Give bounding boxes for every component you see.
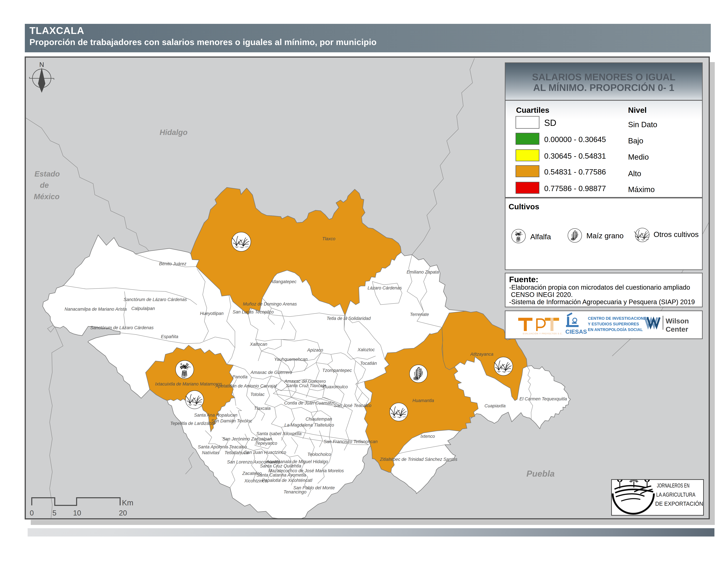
- svg-text:Sanctórum de Lázaro Cárdenas: Sanctórum de Lázaro Cárdenas: [124, 297, 187, 302]
- svg-text:Wilson: Wilson: [666, 317, 689, 325]
- svg-text:CENTRO DE INVESTIGACIONES: CENTRO DE INVESTIGACIONES: [588, 316, 649, 321]
- svg-text:Atlangatepec: Atlangatepec: [270, 279, 296, 284]
- svg-text:JORNALEROS EN: JORNALEROS EN: [657, 482, 689, 489]
- svg-text:Tlaxco: Tlaxco: [322, 236, 335, 241]
- svg-text:Santa Apolonia Teacalco: Santa Apolonia Teacalco: [198, 445, 247, 449]
- svg-text:Apizaco: Apizaco: [307, 348, 323, 353]
- svg-text:Terrenate: Terrenate: [410, 312, 429, 317]
- svg-text:Cuapiaxtla: Cuapiaxtla: [484, 403, 506, 408]
- svg-text:Papalotla de Xicohténcatl: Papalotla de Xicohténcatl: [262, 478, 313, 483]
- svg-text:Cuaxomulco: Cuaxomulco: [323, 384, 348, 389]
- svg-text:Tocatlán: Tocatlán: [360, 361, 377, 366]
- svg-text:Amaxac de Guerrero: Amaxac de Guerrero: [250, 370, 292, 375]
- svg-text:Tepeyanco: Tepeyanco: [255, 441, 277, 446]
- svg-text:de: de: [40, 181, 49, 189]
- svg-text:Huamantla: Huamantla: [412, 398, 434, 403]
- svg-text:Xaloztoc: Xaloztoc: [357, 347, 375, 352]
- svg-text:Muñoz de Domingo Arenas: Muñoz de Domingo Arenas: [243, 302, 297, 307]
- svg-text:EN ANTROPOLOGÍA SOCIAL: EN ANTROPOLOGÍA SOCIAL: [588, 328, 643, 332]
- svg-text:Xaltocan: Xaltocan: [250, 342, 267, 347]
- svg-text:México: México: [34, 192, 60, 201]
- svg-text:20: 20: [119, 509, 127, 517]
- svg-text:Zitlaltépec de Trinidad Sánche: Zitlaltépec de Trinidad Sánchez Santos: [380, 457, 457, 462]
- svg-text:Center: Center: [666, 325, 688, 333]
- svg-text:Hueyotlipan: Hueyotlipan: [200, 311, 224, 316]
- svg-text:Totolac: Totolac: [250, 392, 265, 397]
- svg-text:Tepetitla de Lardizábal: Tepetitla de Lardizábal: [170, 421, 215, 426]
- svg-text:Tlaxcala: Tlaxcala: [254, 406, 271, 411]
- svg-text:Estado: Estado: [34, 169, 60, 178]
- svg-text:Chiautempan: Chiautempan: [306, 417, 332, 422]
- svg-text:Españita: Españita: [161, 334, 178, 339]
- svg-text:Panotla: Panotla: [232, 375, 248, 379]
- svg-text:Sanctórum de Lázaro Cárdenas: Sanctórum de Lázaro Cárdenas: [90, 325, 154, 330]
- svg-text:10: 10: [73, 509, 81, 517]
- svg-text:Tenancingo: Tenancingo: [284, 490, 307, 494]
- svg-text:Santa Ana Nopalucan: Santa Ana Nopalucan: [194, 413, 237, 418]
- svg-text:Yauhquemehcan: Yauhquemehcan: [274, 357, 308, 362]
- svg-text:N: N: [39, 61, 44, 68]
- svg-text:Emiliano Zapata: Emiliano Zapata: [407, 269, 439, 274]
- svg-text:San Francisco Tetlanohcan: San Francisco Tetlanohcan: [324, 439, 378, 444]
- svg-text:Tzompantepec: Tzompantepec: [322, 368, 352, 373]
- svg-text:San Juan Huactzinco: San Juan Huactzinco: [244, 450, 286, 455]
- svg-text:5: 5: [52, 509, 56, 517]
- svg-text:Natívitas: Natívitas: [202, 450, 219, 455]
- svg-text:Atltzayanca: Atltzayanca: [470, 352, 493, 357]
- svg-text:Santa Isabel Xiloxoxtla: Santa Isabel Xiloxoxtla: [256, 431, 301, 436]
- svg-text:El Carmen Tequexquitla: El Carmen Tequexquitla: [519, 397, 567, 401]
- svg-text:Puebla: Puebla: [526, 469, 555, 478]
- svg-text:San Damián Texóloc: San Damián Texóloc: [211, 419, 252, 423]
- svg-text:Hidalgo: Hidalgo: [160, 128, 188, 137]
- svg-text:San Lucas Tecopilco: San Lucas Tecopilco: [233, 310, 274, 315]
- svg-text:Apetatitlán de Antonio Carvaja: Apetatitlán de Antonio Carvajal: [215, 384, 277, 389]
- svg-text:Calpulalpan: Calpulalpan: [131, 306, 155, 311]
- svg-text:EVALUACIÓN Y PROYECTOS S.C.: EVALUACIÓN Y PROYECTOS S.C.: [523, 332, 563, 335]
- svg-text:San José Teacalco: San José Teacalco: [334, 403, 371, 408]
- svg-text:0: 0: [30, 509, 34, 517]
- svg-text:CIESAS: CIESAS: [565, 329, 587, 335]
- svg-text:LA AGRICULTURA: LA AGRICULTURA: [656, 491, 696, 498]
- svg-text:Santa Cruz Quilehtla: Santa Cruz Quilehtla: [260, 464, 301, 469]
- svg-text:Santa Catarina Ayometla: Santa Catarina Ayometla: [257, 473, 306, 478]
- svg-text:Tetla de la Solidaridad: Tetla de la Solidaridad: [327, 316, 371, 321]
- svg-text:Contla de Juan Cuamatzi: Contla de Juan Cuamatzi: [284, 401, 334, 406]
- svg-text:Nanacamilpa de Mariano Arista: Nanacamilpa de Mariano Arista: [65, 307, 127, 312]
- svg-text:Santa Cruz Tlaxcala: Santa Cruz Tlaxcala: [286, 383, 326, 388]
- svg-text:Ixtacuixtla de Mariano Matamor: Ixtacuixtla de Mariano Matamoros: [155, 382, 222, 387]
- svg-text:DE EXPORTACIÓN: DE EXPORTACIÓN: [655, 500, 703, 507]
- svg-text:Teolocholco: Teolocholco: [307, 452, 331, 457]
- svg-text:Lázaro Cárdenas: Lázaro Cárdenas: [367, 286, 402, 291]
- svg-text:Km: Km: [122, 498, 133, 507]
- svg-text:Y ESTUDIOS SUPERIORES: Y ESTUDIOS SUPERIORES: [588, 322, 639, 326]
- svg-text:Ixtenco: Ixtenco: [420, 434, 435, 439]
- svg-text:La Magdalena Tlaltelulco: La Magdalena Tlaltelulco: [284, 423, 334, 428]
- svg-text:Benito Juárez: Benito Juárez: [159, 261, 186, 266]
